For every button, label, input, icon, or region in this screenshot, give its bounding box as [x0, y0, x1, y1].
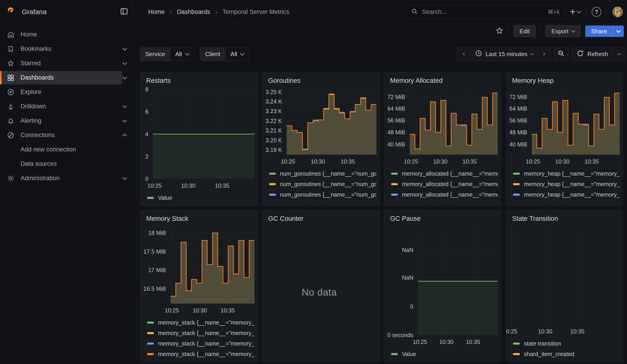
grafana-app: Grafana Home › Dashboards › Temporal Ser… [0, 0, 627, 364]
sidebar-toggle-icon[interactable] [120, 7, 128, 17]
legend-item[interactable]: memory_stack {__name__="memory_s [147, 328, 255, 338]
y-tick-label: 3.19 K [266, 146, 282, 153]
service-variable-value[interactable]: All [170, 48, 194, 61]
sidebar-item-administration[interactable]: Administration [0, 171, 133, 185]
plot-area[interactable] [506, 227, 620, 324]
drilldown-icon [7, 103, 15, 110]
x-tick-label: 10:30 [439, 339, 454, 345]
bookmark-icon [7, 45, 15, 53]
chevron-down-icon[interactable] [122, 118, 127, 122]
chevron-down-icon[interactable] [122, 75, 127, 79]
legend-item[interactable]: memory_stack {__name__="memory_s [147, 349, 255, 359]
x-tick-label: 10:30 [538, 328, 552, 335]
panel-title[interactable]: GC Pause [384, 210, 501, 225]
legend-item[interactable]: num_goroutines {__name__="num_go [269, 179, 376, 189]
legend-item[interactable]: num_goroutines {__name__="num_go [269, 200, 376, 203]
legend-item[interactable]: memory_allocated {__name__="memc [391, 179, 498, 189]
sidebar-item-label: Dashboards [20, 74, 54, 81]
legend-swatch [269, 173, 276, 175]
plot-area[interactable] [153, 89, 255, 179]
sidebar-item-data-sources[interactable]: Data sources [0, 157, 133, 171]
plot-area[interactable] [418, 227, 498, 335]
sidebar-item-label: Starred [20, 60, 41, 67]
chevron-down-icon[interactable] [122, 46, 127, 51]
y-tick-label: 17 MiB [148, 267, 166, 273]
legend-item[interactable]: memory_heap {__name__="memory_h [513, 189, 620, 200]
brand-label[interactable]: Grafana [22, 8, 47, 16]
sidebar-item-drilldown[interactable]: Drilldown [0, 99, 133, 113]
panel-title[interactable]: GC Counter [262, 210, 380, 225]
plot-area[interactable] [532, 89, 620, 155]
breadcrumb-home[interactable]: Home [148, 8, 165, 15]
share-menu-button[interactable] [613, 26, 624, 37]
chevron-down-icon[interactable] [122, 104, 127, 108]
edit-button[interactable]: Edit [514, 26, 536, 37]
legend-item[interactable]: memory_allocated {__name__="memc [391, 168, 498, 179]
legend-item[interactable]: num_goroutines {__name__="num_go [269, 189, 376, 200]
client-variable-value[interactable]: All [225, 48, 249, 61]
legend-item[interactable]: memory_heap {__name__="memory_h [513, 179, 620, 189]
legend-item[interactable]: memory_heap {__name__="memory_h [513, 168, 620, 179]
panel-title[interactable]: Memory Heap [506, 72, 623, 87]
panel-title[interactable]: State Transition [506, 210, 623, 225]
legend-label: num_goroutines {__name__="num_go [280, 191, 376, 198]
grafana-logo[interactable] [6, 6, 16, 17]
legend-item[interactable]: memory_stack {__name__="memory_s [147, 338, 255, 349]
legend: num_goroutines {__name__="num_gonum_goro… [262, 168, 376, 203]
sidebar-item-explore[interactable]: Explore [0, 85, 133, 99]
legend-label: num_goroutines {__name__="num_go [280, 181, 376, 188]
plot-area[interactable] [170, 227, 255, 304]
chevron-up-icon[interactable] [122, 134, 127, 138]
panel-title[interactable]: Restarts [140, 72, 258, 87]
sidebar-item-alerting[interactable]: Alerting [0, 113, 133, 128]
breadcrumb-dashboards[interactable]: Dashboards [177, 8, 210, 15]
zoom-out-button[interactable] [554, 47, 568, 61]
add-button[interactable]: + [570, 7, 580, 17]
chevron-down-icon[interactable] [122, 60, 127, 65]
chevron-down-icon [240, 51, 245, 56]
star-icon[interactable] [495, 27, 504, 36]
legend-item[interactable]: num_goroutines {__name__="num_go [269, 168, 376, 179]
legend-item[interactable]: state transition [513, 338, 620, 349]
legend-item[interactable]: memory_allocated {__name__="memc [391, 200, 498, 203]
legend-item[interactable]: memory_stack {__name__="memory_s [147, 317, 255, 328]
share-button[interactable]: Share [585, 26, 613, 37]
legend-item[interactable]: Value [147, 193, 255, 203]
service-variable-label: Service [140, 48, 170, 61]
chevron-down-icon [576, 9, 581, 13]
sidebar-item-add-new-connection[interactable]: Add new connection [0, 142, 133, 157]
panel-title[interactable]: Goroutines [262, 72, 380, 87]
legend-item[interactable]: memory_allocated {__name__="memc [391, 189, 498, 200]
time-range-button[interactable]: Last 15 minutes [470, 48, 538, 61]
refresh-button[interactable]: Refresh [572, 48, 613, 61]
export-button[interactable]: Export [546, 26, 580, 37]
refresh-interval-button[interactable] [613, 48, 626, 61]
panel-title[interactable]: Memory Stack [140, 210, 258, 225]
selected-highlight [0, 71, 122, 84]
time-shift-back-button[interactable] [457, 48, 470, 61]
help-button[interactable]: ? [592, 7, 601, 17]
legend-item[interactable]: memory_heap {__name__="memory_h [513, 200, 620, 203]
legend-item[interactable]: shard_item_created [513, 349, 620, 359]
plot-area[interactable] [287, 89, 376, 155]
search-input[interactable]: Search... ⌘+k [406, 5, 564, 18]
legend-label: memory_allocated {__name__="memc [402, 170, 498, 177]
sidebar-item-connections[interactable]: Connections [0, 128, 133, 142]
legend-swatch [269, 183, 276, 185]
x-axis: 10:2510:3010:35 [153, 181, 255, 191]
plot-area[interactable] [410, 89, 498, 155]
y-tick-label: 3.24 K [266, 98, 282, 105]
legend-label: memory_allocated {__name__="memc [402, 202, 498, 203]
sidebar-item-bookmarks[interactable]: Bookmarks [0, 42, 133, 56]
sidebar-item-starred[interactable]: Starred [0, 56, 133, 70]
y-tick-label: 56 MiB [509, 117, 527, 124]
time-shift-forward-button[interactable] [538, 48, 550, 61]
legend-item[interactable]: Value [391, 349, 498, 359]
legend: Value [140, 193, 255, 203]
avatar[interactable] [612, 7, 623, 17]
sidebar-item-dashboards[interactable]: Dashboards [0, 70, 133, 85]
chevron-down-icon[interactable] [122, 175, 127, 180]
sidebar-item-home[interactable]: Home [0, 27, 133, 42]
x-tick-label: 10:30 [555, 158, 570, 165]
panel-title[interactable]: Memory Allocated [384, 72, 501, 87]
